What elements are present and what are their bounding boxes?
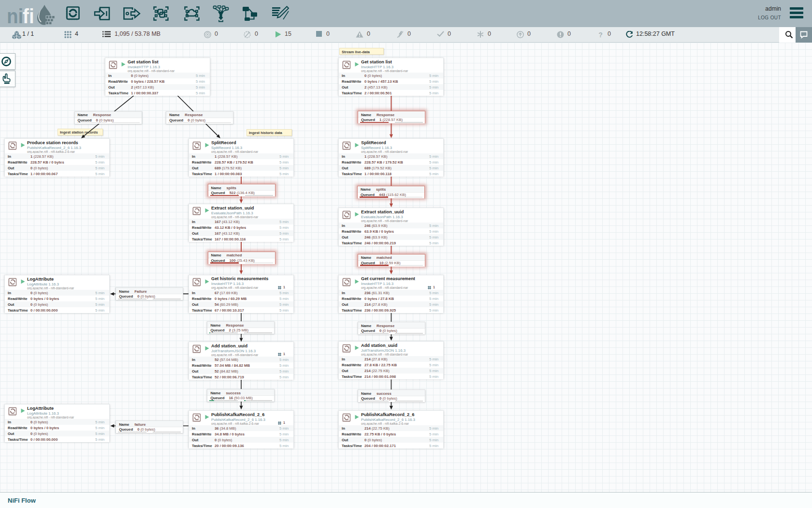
svg-text:ni: ni	[7, 4, 23, 28]
svg-text:fi: fi	[23, 4, 34, 28]
svg-text:?: ?	[598, 31, 603, 38]
